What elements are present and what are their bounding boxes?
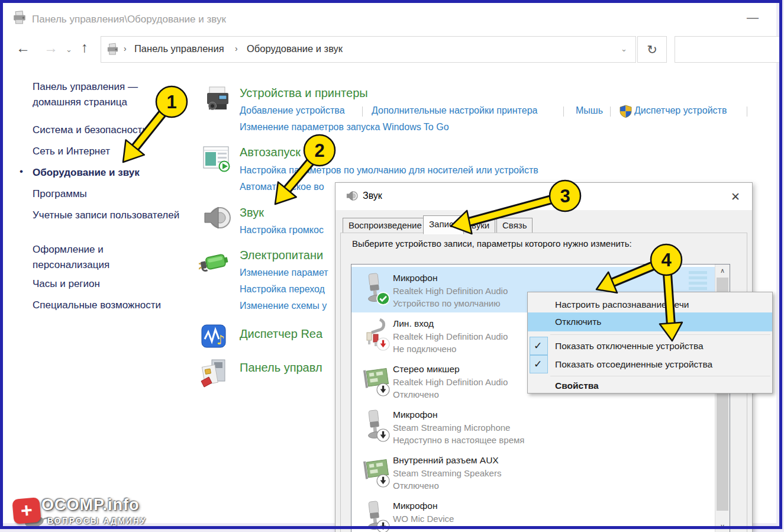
address-dropdown-icon[interactable]: ⌄ xyxy=(621,44,627,53)
sidebar-item-clock-region[interactable]: Часы и регион xyxy=(33,276,180,292)
device-status: Отключено xyxy=(393,389,439,399)
search-input[interactable] xyxy=(675,37,783,63)
sidebar-item-appearance[interactable]: Оформление и персонализация xyxy=(33,242,180,273)
devices-printers-icon[interactable] xyxy=(204,85,232,116)
breadcrumb-hardware-sound[interactable]: Оборудование и звук xyxy=(247,43,343,54)
checkmark-icon: ✓ xyxy=(534,355,542,373)
link-add-device[interactable]: Добавление устройства xyxy=(240,105,345,116)
sidebar-item-system-security[interactable]: Система и безопасность xyxy=(33,122,180,138)
device-name: Лин. вход xyxy=(393,318,434,329)
sidebar-item-ease-of-access[interactable]: Специальные возможности xyxy=(33,298,180,313)
menu-item-label: Показать отсоединенные устройства xyxy=(555,355,712,373)
sidebar-item-hardware-sound[interactable]: Оборудование и звук xyxy=(33,165,180,180)
device-context-menu: Настроить распознавание речи Отключить ✓… xyxy=(527,292,773,394)
disabled-device-icon xyxy=(376,428,390,444)
recording-instruction: Выберите устройство записи, параметры ко… xyxy=(352,238,632,249)
category-realtek[interactable]: Диспетчер Rea xyxy=(240,327,322,341)
category-sound[interactable]: Звук xyxy=(240,206,264,220)
link-adjust-volume[interactable]: Настройка громкос xyxy=(240,225,324,236)
link-mouse[interactable]: Мышь xyxy=(576,105,603,116)
device-status: Устройство по умолчанию xyxy=(393,298,500,308)
menu-item-properties[interactable]: Свойства xyxy=(528,376,772,395)
refresh-icon: ↻ xyxy=(647,43,657,56)
link-separator xyxy=(610,107,611,117)
default-device-check-icon xyxy=(376,292,390,308)
device-driver: Steam Streaming Speakers xyxy=(393,468,501,478)
screenshot-root: Панель управления\Оборудование и звук — … xyxy=(0,0,784,532)
sidebar-item-programs[interactable]: Программы xyxy=(33,186,180,202)
link-power-sleep[interactable]: Настройка переход xyxy=(240,284,325,295)
watermark-cross-icon: + xyxy=(12,497,41,524)
link-power-settings[interactable]: Изменение парамет xyxy=(240,267,328,278)
device-name: Микрофон xyxy=(393,273,438,283)
uac-shield-icon xyxy=(620,105,632,120)
scroll-up-icon[interactable]: ∧ xyxy=(715,265,730,276)
sound-dialog-titlebar[interactable]: Звук ✕ xyxy=(335,183,752,210)
device-driver: WO Mic Device xyxy=(393,514,454,524)
not-connected-icon xyxy=(376,337,390,353)
sidebar-item-home[interactable]: Панель управления — домашняя страница xyxy=(33,79,180,110)
device-driver: Realtek High Definition Audio xyxy=(393,331,508,341)
menu-item-disable[interactable]: Отключить xyxy=(528,312,772,331)
device-name: Стерео микшер xyxy=(393,364,460,375)
breadcrumb-chevron-icon[interactable]: › xyxy=(124,44,127,53)
forward-button[interactable]: → xyxy=(44,41,58,55)
category-flash-panel[interactable]: Панель управл xyxy=(240,361,322,375)
sound-category-speaker-icon[interactable] xyxy=(204,204,231,234)
tab-playback[interactable]: Воспроизведение xyxy=(343,218,428,233)
menu-item-label: Показать отключенные устройства xyxy=(555,337,704,355)
link-separator xyxy=(747,107,747,117)
link-power-plan[interactable]: Изменение схемы у xyxy=(240,301,327,311)
menu-item-show-disconnected[interactable]: ✓ Показать отсоединенные устройства xyxy=(528,355,772,373)
menu-item-label: Свойства xyxy=(555,376,599,395)
history-dropdown-icon[interactable]: ⌄ xyxy=(66,45,72,54)
up-button[interactable]: ↑ xyxy=(81,40,88,54)
refresh-button[interactable]: ↻ xyxy=(637,36,667,63)
sidebar-bullet-icon: • xyxy=(20,166,23,178)
address-bar[interactable]: › Панель управления › Оборудование и зву… xyxy=(101,36,636,63)
category-devices-printers[interactable]: Устройства и принтеры xyxy=(240,86,368,100)
printer-icon xyxy=(12,9,27,27)
link-device-manager[interactable]: Диспетчер устройств xyxy=(634,105,727,116)
category-power[interactable]: Электропитани xyxy=(240,249,323,262)
device-status: Не подключено xyxy=(393,344,456,354)
scroll-down-icon[interactable]: ∨ xyxy=(715,520,730,532)
link-separator xyxy=(362,107,363,117)
minimize-button[interactable]: — xyxy=(747,11,759,24)
menu-item-label: Настроить распознавание речи xyxy=(555,295,689,314)
link-advanced-printer-settings[interactable]: Дополнительные настройки принтера xyxy=(372,105,537,116)
window-title: Панель управления\Оборудование и звук xyxy=(32,14,226,25)
autoplay-icon[interactable] xyxy=(202,144,230,175)
realtek-manager-icon[interactable]: ♪ xyxy=(201,323,228,352)
device-driver: Steam Streaming Microphone xyxy=(393,423,510,433)
close-icon[interactable]: ✕ xyxy=(731,190,740,204)
back-button[interactable]: ← xyxy=(16,41,30,55)
power-options-icon[interactable] xyxy=(199,247,230,279)
link-autoplay-media[interactable]: Автоматическое во xyxy=(240,182,324,192)
link-separator xyxy=(563,107,564,117)
sidebar-item-network-internet[interactable]: Сеть и Интернет xyxy=(33,144,180,159)
speaker-icon xyxy=(346,190,358,204)
menu-item-show-disabled[interactable]: ✓ Показать отключенные устройства xyxy=(528,337,772,355)
device-driver: Realtek High Definition Audio xyxy=(393,286,508,296)
tab-sounds[interactable]: Звуки xyxy=(460,218,495,233)
breadcrumb-chevron-icon[interactable]: › xyxy=(235,44,238,53)
link-autoplay-defaults[interactable]: Настройка параметров по умолчанию для но… xyxy=(240,165,538,176)
device-row-aux[interactable]: Внутренний разъем AUX Steam Streaming Sp… xyxy=(351,449,715,495)
watermark: + OCOMP.info ВОПРОСЫ АДМИНУ xyxy=(8,490,162,529)
device-row-wo-mic[interactable]: Микрофон WO Mic Device xyxy=(351,495,715,532)
tab-recording[interactable]: Запись xyxy=(423,215,464,234)
device-name: Микрофон xyxy=(393,501,438,511)
tab-communications[interactable]: Связь xyxy=(496,218,533,233)
category-autoplay[interactable]: Автозапуск xyxy=(240,146,301,159)
menu-item-speech-recognition[interactable]: Настроить распознавание речи xyxy=(528,295,772,314)
link-windows-to-go[interactable]: Изменение параметров запуска Windows To … xyxy=(240,122,449,133)
sidebar-item-user-accounts[interactable]: Учетные записи пользователей xyxy=(33,208,180,223)
device-name: Внутренний разъем AUX xyxy=(393,455,499,466)
breadcrumb-control-panel[interactable]: Панель управления xyxy=(134,43,224,54)
search-box[interactable] xyxy=(675,36,781,63)
menu-separator xyxy=(550,334,770,335)
device-row-steam-microphone[interactable]: Микрофон Steam Streaming Microphone Недо… xyxy=(351,404,715,449)
device-name: Микрофон xyxy=(393,410,438,420)
cardreader-icon[interactable] xyxy=(200,357,228,391)
